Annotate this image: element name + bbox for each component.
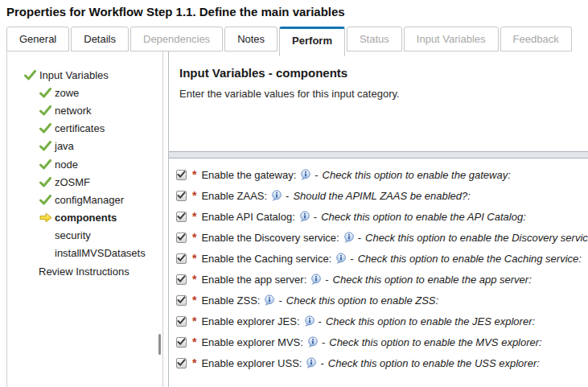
info-icon[interactable]: [264, 294, 275, 306]
required-marker: *: [192, 273, 196, 286]
info-icon[interactable]: [335, 253, 347, 264]
checkbox-enable-explorer-uss[interactable]: [176, 358, 187, 368]
row-enable-api-catalog: * Enable API Catalog: - Check this optio…: [176, 206, 588, 227]
check-icon: [39, 141, 52, 151]
info-icon[interactable]: [299, 211, 310, 222]
sidebar-item-network[interactable]: network: [7, 101, 162, 119]
tab-details[interactable]: Details: [71, 27, 129, 51]
check-icon: [39, 105, 52, 116]
required-marker: *: [192, 336, 196, 348]
tab-notes[interactable]: Notes: [224, 27, 278, 51]
sidebar-item-node[interactable]: node: [7, 155, 162, 173]
tab-status: Status: [347, 27, 402, 51]
checkbox-enable-the-gateway[interactable]: [176, 170, 187, 180]
checkbox-enable-caching-service[interactable]: [176, 253, 187, 264]
check-icon: [24, 70, 37, 80]
required-marker: *: [192, 168, 196, 181]
row-enable-explorer-mvs: * Enable explorer MVS: - Check this opti…: [176, 331, 588, 352]
sidebar-item-components[interactable]: components: [7, 209, 162, 227]
row-enable-explorer-jes: * Enable explorer JES: - Check this opti…: [176, 311, 588, 331]
tab-feedback: Feedback: [500, 27, 572, 51]
checkbox-enable-explorer-jes[interactable]: [176, 316, 187, 327]
check-icon: [39, 159, 52, 170]
info-icon[interactable]: [307, 336, 319, 348]
required-marker: *: [192, 356, 196, 369]
info-icon[interactable]: [310, 274, 322, 285]
sidebar-item-input-variables[interactable]: Input Variables: [7, 66, 162, 84]
current-step-arrow-icon: [39, 212, 52, 223]
check-icon: [39, 195, 52, 205]
step-navigation-sidebar: Input Variables zowe network certificate…: [6, 51, 163, 387]
sidebar-item-configmanager[interactable]: configManager: [7, 191, 162, 208]
info-icon[interactable]: [306, 357, 317, 368]
check-icon: [39, 88, 52, 98]
row-enable-the-gateway: * Enable the gateway: - Check this optio…: [176, 164, 588, 185]
sidebar-item-installmvsdatasets[interactable]: installMVSDatasets: [7, 245, 162, 262]
panel-subtitle: Enter the variable values for this input…: [179, 88, 400, 100]
category-tree: Input Variables zowe network certificate…: [7, 51, 162, 280]
sidebar-scrollbar-thumb[interactable]: [158, 334, 161, 355]
row-enable-app-server: * Enable the app server: - Check this op…: [176, 269, 588, 290]
input-variables-panel: Input Variables - components Enter the v…: [168, 51, 588, 387]
panel-heading: Input Variables - components: [179, 66, 347, 80]
checkbox-enable-zss[interactable]: [176, 295, 187, 306]
required-marker: *: [192, 294, 196, 307]
checkbox-enable-zaas[interactable]: [176, 191, 187, 201]
required-marker: *: [192, 210, 196, 223]
panel-splitter[interactable]: [169, 151, 588, 159]
tab-perform[interactable]: Perform: [279, 27, 345, 56]
check-icon: [39, 177, 52, 187]
checkbox-enable-explorer-mvs[interactable]: [176, 337, 187, 348]
required-marker: *: [192, 252, 196, 265]
checkbox-enable-app-server[interactable]: [176, 274, 187, 285]
row-enable-zss: * Enable ZSS: - Check this option to ena…: [176, 290, 588, 311]
sidebar-item-zowe[interactable]: zowe: [7, 84, 162, 101]
row-enable-explorer-uss: * Enable explorer USS: - Check this opti…: [176, 352, 588, 373]
row-enable-zaas: * Enable ZAAS: - Should the APIML ZAAS b…: [176, 185, 588, 206]
info-icon[interactable]: [304, 315, 315, 327]
sidebar-item-certificates[interactable]: certificates: [7, 120, 162, 138]
info-icon[interactable]: [271, 190, 282, 201]
row-enable-discovery-service: * Enable the Discovery service: - Check …: [176, 227, 588, 248]
sidebar-item-security[interactable]: security: [7, 227, 162, 245]
variable-rows: * Enable the gateway: - Check this optio…: [176, 164, 588, 373]
info-icon[interactable]: [300, 169, 311, 180]
tab-bar: General Details Dependencies Notes Perfo…: [6, 27, 572, 56]
sidebar-item-java[interactable]: java: [7, 138, 162, 155]
checkbox-enable-discovery-service[interactable]: [176, 233, 187, 243]
info-icon[interactable]: [343, 232, 355, 243]
checkbox-enable-api-catalog[interactable]: [176, 212, 187, 222]
sidebar-item-review-instructions[interactable]: Review Instructions: [7, 262, 162, 280]
check-icon: [39, 123, 52, 134]
workflow-properties-window: Properties for Workflow Step 1.1. Define…: [0, 0, 588, 387]
sidebar-item-zosmf[interactable]: zOSMF: [7, 173, 162, 191]
required-marker: *: [192, 315, 196, 327]
tab-general[interactable]: General: [6, 27, 69, 51]
tab-dependencies: Dependencies: [130, 27, 223, 51]
row-enable-caching-service: * Enable the Caching service: - Check th…: [176, 248, 588, 269]
required-marker: *: [192, 231, 196, 244]
required-marker: *: [192, 189, 196, 202]
tab-input-variables: Input Variables: [404, 27, 499, 51]
page-title: Properties for Workflow Step 1.1. Define…: [6, 5, 345, 19]
